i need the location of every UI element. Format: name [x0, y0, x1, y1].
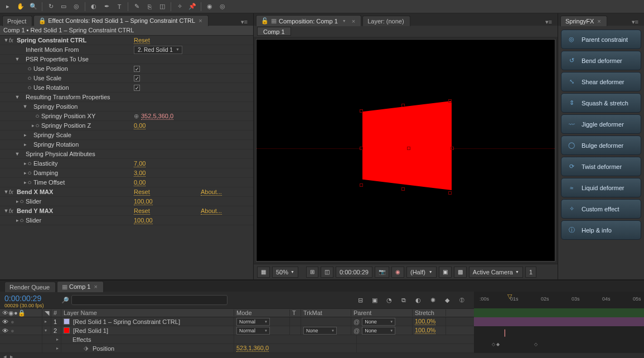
pen-tool-icon[interactable]: ✒ [101, 2, 112, 12]
effect-property-row[interactable]: ÖSpringy Position XY⊕352,5,360,0 [0, 112, 253, 121]
puppet-tool-icon[interactable]: ✧ [174, 2, 185, 12]
effect-property-row[interactable]: ÖUse Scale✓ [0, 74, 253, 83]
pickwhip-icon[interactable]: @ [354, 327, 360, 334]
springy-bulge-deformer-button[interactable]: ◯Bulge deformer [561, 136, 641, 155]
dolly-tool-icon[interactable]: ◎ [71, 2, 82, 12]
effect-header[interactable]: ▼fx Bend Y MAXResetAbout... [0, 206, 253, 216]
property-value[interactable]: 100,00 [134, 198, 153, 205]
keyframe-icon[interactable]: ◆ [496, 342, 500, 347]
effect-property-row[interactable]: ▸ÖSlider100,00 [0, 216, 253, 225]
timecode-area[interactable]: 0:00:00:29 00029 (30.00 fps) [0, 292, 61, 308]
effect-property-row[interactable]: ▸ÖDamping3,00 [0, 168, 253, 178]
layer-name[interactable]: [Red Solid 1 – Spring Constraint CTRL] [73, 318, 180, 325]
property-value[interactable]: 3,00 [134, 170, 146, 177]
layer-row[interactable]: 👁● ▾ 2 [Red Solid 1] Normal None @None 1… [0, 326, 474, 335]
frame-blend-icon[interactable]: ⧉ [398, 295, 409, 305]
current-time[interactable]: 0:00:00:29 [4, 294, 57, 303]
autokeyframe-icon[interactable]: ◆ [442, 295, 453, 305]
close-icon[interactable]: × [352, 18, 355, 25]
effect-property-row[interactable]: ▼Resulting Transform Properties [0, 93, 253, 102]
property-value[interactable]: 100,00 [134, 217, 153, 224]
pickwhip-icon[interactable]: @ [354, 318, 360, 325]
effect-property-row[interactable]: ▸ÖTime Offset0,00 [0, 178, 253, 187]
effect-header[interactable]: ▼fx Spring Constraint CTRLReset [0, 36, 253, 45]
eye-icon[interactable]: 👁 [2, 327, 8, 334]
effect-property-row[interactable]: Inherit Motion From2. Red Solid 1 [0, 45, 253, 55]
twirl-icon[interactable]: ▸ [56, 337, 59, 342]
property-value[interactable]: 0,00 [134, 122, 146, 129]
color-swatch[interactable] [64, 327, 70, 333]
property-value[interactable]: 7,00 [134, 160, 146, 167]
property-value[interactable]: 0,00 [134, 179, 146, 186]
parent-dropdown[interactable]: None [362, 327, 395, 335]
springy-twist-deformer-button[interactable]: ⟳Twist deformer [561, 157, 641, 176]
effect-property-row[interactable]: ▸ÖSlider100,00 [0, 197, 253, 206]
property-row[interactable]: ▸ Effects [0, 335, 474, 344]
effect-property-row[interactable]: ▸Springy Rotation [0, 140, 253, 149]
stopwatch-icon[interactable]: Ö [20, 199, 26, 204]
composition-tab[interactable]: 🔓 ▦ Composition: Comp 1 ▼ × [256, 15, 361, 26]
timeline-search-input[interactable] [71, 295, 227, 305]
blend-mode-dropdown[interactable]: Normal [236, 327, 270, 335]
effect-property-row[interactable]: ▸ÖSpringy Position Z0,00 [0, 121, 253, 130]
layer-name[interactable]: [Red Solid 1] [73, 327, 108, 334]
layer-tab[interactable]: Layer: (none) [362, 16, 410, 26]
project-tab[interactable]: Project [2, 16, 32, 26]
stopwatch-icon[interactable]: Ö [20, 218, 26, 223]
layer-row[interactable]: 👁● ▸ 1 [Red Solid 1 – Spring Constraint … [0, 317, 474, 326]
effect-property-row[interactable]: ▼PSR Properties To Use [0, 55, 253, 64]
effect-header[interactable]: ▼fx Bend X MAXResetAbout... [0, 187, 253, 197]
panel-menu-icon[interactable]: ▾≡ [542, 18, 555, 26]
stopwatch-icon[interactable]: Ö [28, 180, 33, 185]
render-queue-tab[interactable]: Render Queue [4, 282, 56, 292]
checkbox[interactable]: ✓ [134, 75, 140, 81]
twirl-icon[interactable]: ▸ [56, 346, 59, 351]
reset-link[interactable]: Reset [134, 37, 150, 44]
panel-menu-icon[interactable]: ▾≡ [238, 18, 251, 26]
layer-bars-area[interactable]: ▏ ◇ ◆ ◇ [474, 308, 644, 353]
text-tool-icon[interactable]: T [114, 2, 125, 12]
close-icon[interactable]: × [597, 18, 601, 25]
effect-property-row[interactable]: ÖUse Rotation✓ [0, 83, 253, 93]
springy-liquid-deformer-button[interactable]: ≈Liquid deformer [561, 178, 641, 197]
graph-editor-icon[interactable]: ⦷ [456, 295, 467, 305]
viewcount-dropdown[interactable]: 1 [525, 267, 536, 278]
checkbox[interactable]: ✓ [134, 66, 140, 72]
brainstorm-icon[interactable]: ✺ [427, 295, 438, 305]
motion-blur-icon[interactable]: ◐ [413, 295, 424, 305]
pointer-tool-icon[interactable]: ▸ [2, 2, 13, 12]
springy-shear-deformer-button[interactable]: ⤡Shear deformer [561, 72, 641, 91]
composition-viewer[interactable] [256, 39, 555, 262]
property-value[interactable]: 352,5,360,0 [141, 113, 173, 120]
anchor-tool-icon[interactable]: ◉ [204, 2, 215, 12]
property-value[interactable]: 523,1,360,0 [236, 345, 269, 352]
time-ruler[interactable]: ▽ :00s01s02s03s04s05s [474, 292, 644, 308]
stopwatch-icon[interactable]: Ö [36, 123, 41, 128]
channel-icon[interactable]: ◉ [391, 267, 404, 278]
snapshot-icon[interactable]: 📷 [375, 267, 389, 278]
springy-bend-deformer-button[interactable]: ↺Bend deformer [561, 51, 641, 70]
close-icon[interactable]: × [94, 283, 97, 290]
close-icon[interactable]: × [198, 17, 202, 24]
panel-menu-icon[interactable]: ▾≡ [628, 18, 642, 26]
shy-icon[interactable]: ◔ [384, 295, 395, 305]
hand-tool-icon[interactable]: ✋ [15, 2, 26, 12]
color-swatch[interactable] [64, 318, 70, 325]
brush-tool-icon[interactable]: ✎ [131, 2, 142, 12]
layer-dropdown[interactable]: 2. Red Solid 1 [134, 46, 182, 54]
springyfx-tab[interactable]: SpringyFX× [560, 16, 607, 26]
safe-zones-icon[interactable]: ⊞ [306, 267, 318, 278]
stopwatch-icon[interactable]: Ö [28, 171, 33, 176]
region-icon[interactable]: ▣ [439, 267, 452, 278]
stopwatch-icon[interactable]: Ö [36, 114, 41, 119]
stopwatch-icon[interactable]: Ö [28, 161, 33, 166]
position-picker-icon[interactable]: ⊕ [134, 113, 139, 119]
clone-tool-icon[interactable]: ⎘ [144, 2, 155, 12]
checkbox[interactable]: ✓ [134, 85, 140, 91]
keyframe-nav-icon[interactable]: ⬗ [84, 345, 88, 352]
timeline-comp-tab[interactable]: ▦ Comp 1× [57, 281, 104, 292]
red-solid-shape[interactable] [362, 101, 452, 190]
about-link[interactable]: About... [201, 207, 222, 215]
about-link[interactable]: About... [201, 188, 222, 196]
effect-property-row[interactable]: ▸ÖElasticity7,00 [0, 159, 253, 168]
